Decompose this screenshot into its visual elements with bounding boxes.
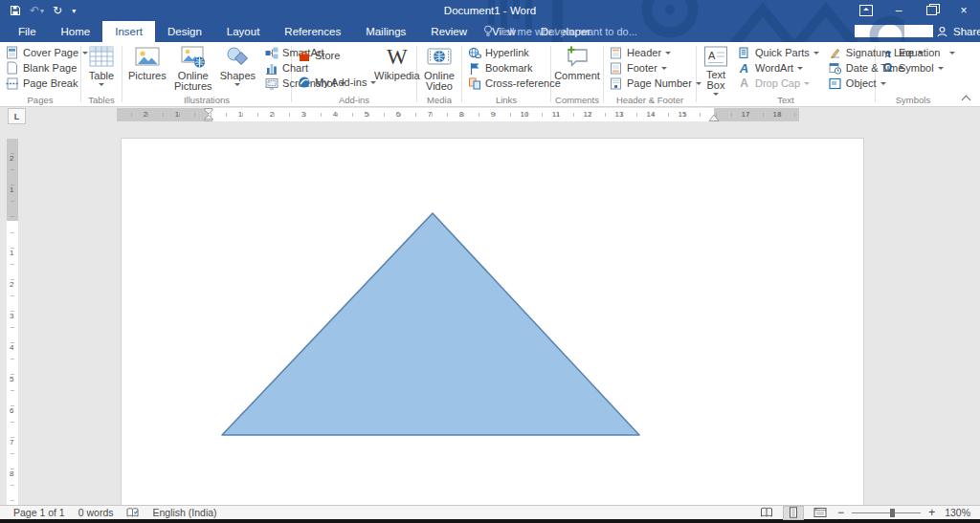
tell-me-box[interactable]: Tell me what you want to do... bbox=[483, 21, 637, 42]
footer-icon bbox=[609, 62, 623, 75]
tab-design[interactable]: Design bbox=[155, 21, 214, 42]
object-icon bbox=[828, 77, 842, 90]
proofing-status-button[interactable] bbox=[126, 508, 139, 518]
group-label-media: Media bbox=[417, 95, 461, 105]
read-mode-icon bbox=[760, 507, 773, 518]
ruler-number: 13 bbox=[615, 110, 624, 120]
group-label-symbols: Symbols bbox=[876, 95, 950, 105]
store-button[interactable]: Store bbox=[295, 45, 368, 66]
drop-cap-button[interactable]: A Drop Cap bbox=[735, 76, 821, 91]
undo-button[interactable]: ↶ ▾ bbox=[30, 0, 44, 21]
print-layout-button[interactable] bbox=[784, 507, 803, 519]
wikipedia-button[interactable]: W Wikipedia bbox=[371, 45, 423, 81]
ruler-number: 3 bbox=[301, 110, 305, 120]
collapse-ribbon-button[interactable] bbox=[962, 94, 970, 102]
dropdown-arrow-icon bbox=[99, 83, 104, 89]
hyperlink-icon bbox=[467, 47, 481, 59]
tab-mailings[interactable]: Mailings bbox=[353, 21, 418, 42]
table-button[interactable]: Table bbox=[86, 45, 117, 89]
document-page[interactable] bbox=[122, 139, 863, 505]
save-button[interactable] bbox=[10, 0, 21, 21]
left-indent-marker[interactable] bbox=[203, 108, 214, 121]
share-label: Share bbox=[953, 26, 980, 37]
page-break-button[interactable]: Page Break bbox=[3, 76, 78, 91]
page-number-button[interactable]: Page Number bbox=[607, 76, 693, 91]
ruler-number: 5 bbox=[365, 110, 368, 120]
signature-line-icon bbox=[828, 47, 842, 59]
page-indicator[interactable]: Page 1 of 1 bbox=[13, 507, 65, 518]
customize-qat-button[interactable]: ▾ bbox=[71, 0, 76, 21]
screenshot-icon bbox=[264, 77, 278, 90]
close-button[interactable]: × bbox=[947, 0, 980, 21]
ribbon-group-tables: Table Tables bbox=[81, 42, 122, 106]
right-indent-marker[interactable] bbox=[708, 114, 720, 121]
tab-review[interactable]: Review bbox=[418, 21, 479, 42]
shapes-button[interactable]: Shapes bbox=[217, 45, 258, 89]
ribbon-group-pages: Cover Page Blank Page Page Break Pages bbox=[0, 42, 80, 106]
tab-file[interactable]: File bbox=[6, 21, 49, 42]
online-pictures-icon bbox=[181, 45, 206, 69]
online-video-button[interactable]: Online Video bbox=[418, 45, 460, 92]
comment-button[interactable]: Comment bbox=[551, 45, 603, 81]
tab-layout[interactable]: Layout bbox=[214, 21, 273, 42]
pictures-button[interactable]: Pictures bbox=[125, 45, 169, 81]
tab-stop-selector[interactable]: L bbox=[8, 108, 26, 124]
group-label-tables: Tables bbox=[81, 95, 122, 105]
header-icon bbox=[609, 47, 623, 59]
language-indicator[interactable]: English (India) bbox=[152, 507, 216, 518]
ruler-ticks bbox=[117, 113, 799, 117]
equation-button[interactable]: π Equation bbox=[879, 45, 947, 60]
document-workspace: L 211234567891011121314151718 2112345678 bbox=[0, 106, 980, 505]
zoom-out-button[interactable]: − bbox=[837, 506, 844, 519]
header-button[interactable]: Header bbox=[607, 45, 693, 60]
cross-reference-button[interactable]: Cross-reference bbox=[465, 76, 547, 91]
close-icon: × bbox=[960, 4, 967, 17]
tell-me-text: Tell me what you want to do... bbox=[499, 26, 637, 37]
zoom-in-button[interactable]: + bbox=[928, 506, 935, 519]
quick-access-toolbar: ↶ ▾ ↻ ▾ bbox=[10, 0, 76, 21]
ribbon-display-options-button[interactable] bbox=[850, 0, 882, 21]
bookmark-button[interactable]: Bookmark bbox=[465, 60, 547, 76]
footer-button[interactable]: Footer bbox=[607, 60, 693, 76]
quick-parts-button[interactable]: Quick Parts bbox=[735, 45, 821, 60]
minimize-button[interactable]: – bbox=[882, 0, 915, 21]
web-layout-button[interactable] bbox=[811, 507, 830, 519]
zoom-level[interactable]: 130% bbox=[945, 507, 970, 518]
tab-insert[interactable]: Insert bbox=[102, 21, 155, 42]
cover-page-button[interactable]: Cover Page bbox=[3, 45, 78, 60]
zoom-slider-track bbox=[852, 512, 921, 513]
dropdown-arrow-icon bbox=[938, 67, 944, 73]
word-count[interactable]: 0 words bbox=[78, 507, 114, 518]
dropdown-arrow-icon bbox=[804, 82, 810, 88]
document-shape[interactable] bbox=[122, 139, 863, 505]
zoom-slider[interactable] bbox=[852, 507, 921, 519]
ruler-number: 5 bbox=[10, 375, 13, 383]
restore-button[interactable] bbox=[915, 0, 947, 21]
symbol-button[interactable]: Ω Symbol bbox=[879, 60, 947, 76]
hyperlink-button[interactable]: Hyperlink bbox=[465, 45, 547, 60]
share-button[interactable]: Share bbox=[936, 21, 980, 42]
zoom-slider-thumb[interactable] bbox=[890, 509, 895, 517]
wikipedia-icon: W bbox=[387, 45, 408, 69]
minimize-icon: – bbox=[896, 4, 902, 17]
read-mode-button[interactable] bbox=[757, 507, 776, 519]
drop-cap-icon: A bbox=[737, 77, 751, 89]
titlebar: ↶ ▾ ↻ ▾ Document1 - Word – × bbox=[0, 0, 980, 21]
tab-references[interactable]: References bbox=[272, 21, 353, 42]
tab-home[interactable]: Home bbox=[49, 21, 103, 42]
group-label-pages: Pages bbox=[0, 95, 80, 105]
screen-edge-strip bbox=[0, 519, 980, 523]
online-pictures-button[interactable]: Online Pictures bbox=[169, 45, 217, 92]
redo-button[interactable]: ↻ bbox=[53, 0, 62, 21]
quick-search-input[interactable] bbox=[855, 25, 933, 37]
text-box-button[interactable]: A Text Box bbox=[700, 45, 732, 98]
comment-icon bbox=[565, 45, 590, 69]
date-time-icon bbox=[828, 62, 842, 75]
blank-page-button[interactable]: Blank Page bbox=[3, 60, 78, 76]
group-label-text: Text bbox=[697, 95, 875, 105]
table-icon bbox=[89, 45, 114, 69]
wordart-button[interactable]: A WordArt bbox=[735, 60, 821, 76]
my-addins-button[interactable]: My Add-ins bbox=[295, 72, 368, 93]
ruler-number: 9 bbox=[491, 110, 495, 120]
bookmark-icon bbox=[467, 62, 481, 75]
